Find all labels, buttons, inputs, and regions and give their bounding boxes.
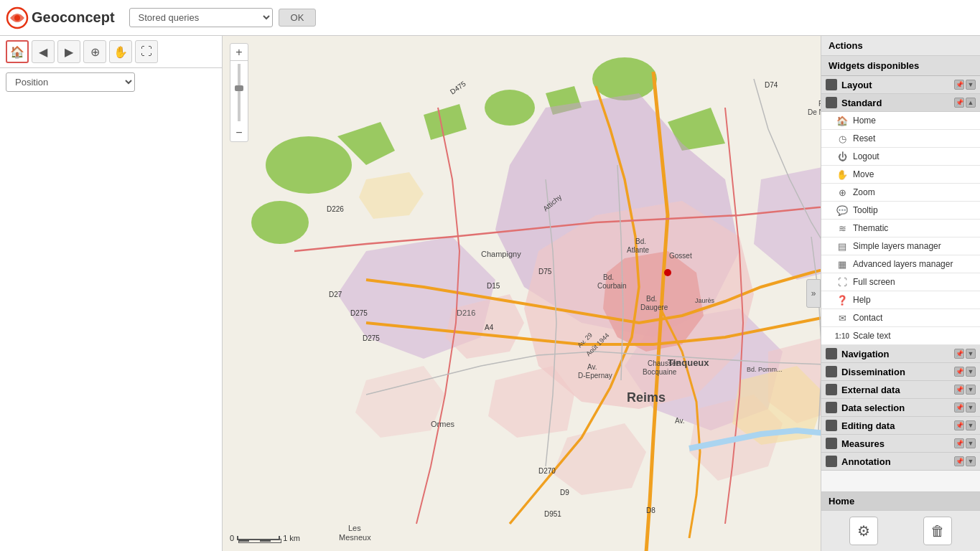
svg-point-7: [485, 90, 535, 126]
widget-zoom[interactable]: ⊕ Zoom: [821, 184, 980, 202]
section-data-selection-controls: 📌 ▼: [954, 402, 976, 413]
move-button[interactable]: ✋: [109, 40, 132, 63]
widget-home[interactable]: 🏠 Home: [821, 112, 980, 130]
section-standard[interactable]: Standard 📌 ▲: [821, 94, 980, 112]
section-editing-data[interactable]: Editing data 📌 ▼: [821, 417, 980, 435]
standard-pin-btn[interactable]: 📌: [954, 98, 964, 108]
section-navigation[interactable]: Navigation 📌 ▼: [821, 345, 980, 363]
svg-text:Av.: Av.: [675, 417, 685, 425]
section-external-data-controls: 📌 ▼: [954, 385, 976, 395]
svg-text:Jaurès: Jaurès: [695, 297, 715, 304]
annotation-pin-btn[interactable]: 📌: [954, 456, 964, 466]
settings-button[interactable]: ⚙: [849, 517, 878, 545]
forward-button[interactable]: ▶: [57, 40, 80, 63]
section-layout-label: Layout: [841, 80, 954, 90]
svg-text:Reims: Reims: [627, 390, 666, 405]
actions-header: Actions: [821, 36, 980, 56]
widget-advanced-layers-label: Advanced layers manager: [853, 259, 953, 269]
scale-text-widget-icon: 1:10: [836, 329, 849, 342]
section-standard-controls: 📌 ▲: [954, 98, 976, 108]
layout-expand-btn[interactable]: ▼: [966, 80, 976, 90]
svg-text:Ormes: Ormes: [431, 420, 455, 428]
svg-text:Courbain: Courbain: [597, 282, 627, 290]
section-measures-controls: 📌 ▼: [954, 438, 976, 448]
zoom-plus-button[interactable]: +: [230, 44, 248, 61]
widget-home-label: Home: [853, 116, 876, 126]
section-data-selection-icon: [826, 402, 837, 413]
editing-data-expand-btn[interactable]: ▼: [966, 420, 976, 430]
delete-button[interactable]: 🗑: [923, 517, 952, 545]
widget-contact[interactable]: ✉ Contact: [821, 309, 980, 327]
section-external-data[interactable]: External data 📌 ▼: [821, 381, 980, 399]
widgets-disponibles-label: Widgets disponibles: [829, 60, 919, 71]
svg-text:Bd.: Bd.: [646, 295, 657, 303]
widget-move[interactable]: ✋ Move: [821, 166, 980, 184]
svg-text:D75: D75: [538, 268, 552, 276]
stored-queries-select[interactable]: Stored queries: [129, 8, 273, 27]
section-external-data-label: External data: [841, 385, 954, 395]
home-button[interactable]: 🏠: [6, 40, 29, 63]
section-editing-data-icon: [826, 420, 837, 431]
svg-text:D951: D951: [544, 510, 561, 518]
reset-widget-icon: ◷: [836, 132, 849, 145]
svg-text:Chaussée: Chaussée: [648, 359, 680, 367]
section-standard-icon: [826, 97, 837, 108]
svg-text:D8: D8: [646, 507, 655, 514]
widget-reset-label: Reset: [853, 133, 875, 143]
editing-data-pin-btn[interactable]: 📌: [954, 420, 964, 430]
gear-icon: ⚙: [857, 522, 870, 540]
section-dissemination[interactable]: Dissemination 📌 ▼: [821, 363, 980, 381]
section-annotation[interactable]: Annotation 📌 ▼: [821, 453, 980, 471]
map-container[interactable]: D475 D226 D27 D275 D275 D15 D75 D216 A4 …: [223, 36, 821, 551]
dissemination-expand-btn[interactable]: ▼: [966, 367, 976, 377]
section-data-selection[interactable]: Data selection 📌 ▼: [821, 399, 980, 417]
widget-help-label: Help: [853, 295, 871, 305]
svg-text:D9: D9: [560, 489, 569, 496]
svg-text:D15: D15: [487, 282, 500, 290]
svg-text:D275: D275: [350, 309, 368, 317]
widget-scale-text-label: Scale text: [853, 331, 891, 341]
external-data-pin-btn[interactable]: 📌: [954, 385, 964, 395]
zoom-in-button[interactable]: ⊕: [83, 40, 106, 63]
data-selection-expand-btn[interactable]: ▼: [966, 402, 976, 413]
svg-text:D74: D74: [765, 81, 778, 89]
widget-logout[interactable]: ⏻ Logout: [821, 148, 980, 166]
logo-text: Geoconcept: [32, 9, 115, 26]
navigation-expand-btn[interactable]: ▼: [966, 349, 976, 359]
annotation-expand-btn[interactable]: ▼: [966, 456, 976, 466]
widget-simple-layers-label: Simple layers manager: [853, 241, 941, 251]
tooltip-widget-icon: 💬: [836, 204, 849, 217]
svg-text:Bd.: Bd.: [635, 237, 646, 245]
section-annotation-controls: 📌 ▼: [954, 456, 976, 466]
widget-simple-layers[interactable]: ▤ Simple layers manager: [821, 237, 980, 255]
ok-button[interactable]: OK: [279, 9, 317, 27]
widget-full-screen[interactable]: ⛶ Full screen: [821, 273, 980, 291]
dissemination-pin-btn[interactable]: 📌: [954, 367, 964, 377]
measures-expand-btn[interactable]: ▼: [966, 438, 976, 448]
external-data-expand-btn[interactable]: ▼: [966, 385, 976, 395]
section-layout[interactable]: Layout 📌 ▼: [821, 76, 980, 94]
collapse-button[interactable]: »: [806, 279, 821, 308]
back-button[interactable]: ◀: [32, 40, 55, 63]
measures-pin-btn[interactable]: 📌: [954, 438, 964, 448]
navigation-pin-btn[interactable]: 📌: [954, 349, 964, 359]
widget-thematic[interactable]: ≋ Thematic: [821, 220, 980, 237]
widget-reset[interactable]: ◷ Reset: [821, 130, 980, 148]
zoom-minus-button[interactable]: −: [230, 124, 248, 141]
zoom-slider-thumb[interactable]: [235, 85, 243, 91]
position-dropdown[interactable]: Position: [6, 72, 135, 92]
fullscreen-button[interactable]: ⛶: [135, 40, 158, 63]
widget-tooltip[interactable]: 💬 Tooltip: [821, 202, 980, 220]
section-measures[interactable]: Measures 📌 ▼: [821, 435, 980, 453]
data-selection-pin-btn[interactable]: 📌: [954, 402, 964, 413]
scale-bar: 0 1 km: [230, 534, 300, 542]
layout-pin-btn[interactable]: 📌: [954, 80, 964, 90]
svg-text:Rte: Rte: [818, 100, 821, 108]
zoom-slider-track: [238, 64, 241, 121]
fullscreen-widget-icon: ⛶: [836, 276, 849, 288]
widget-advanced-layers[interactable]: ▦ Advanced layers manager: [821, 255, 980, 273]
widget-scale-text[interactable]: 1:10 Scale text: [821, 327, 980, 345]
svg-text:A4: A4: [485, 324, 494, 331]
standard-collapse-btn[interactable]: ▲: [966, 98, 976, 108]
widget-help[interactable]: ❓ Help: [821, 291, 980, 309]
